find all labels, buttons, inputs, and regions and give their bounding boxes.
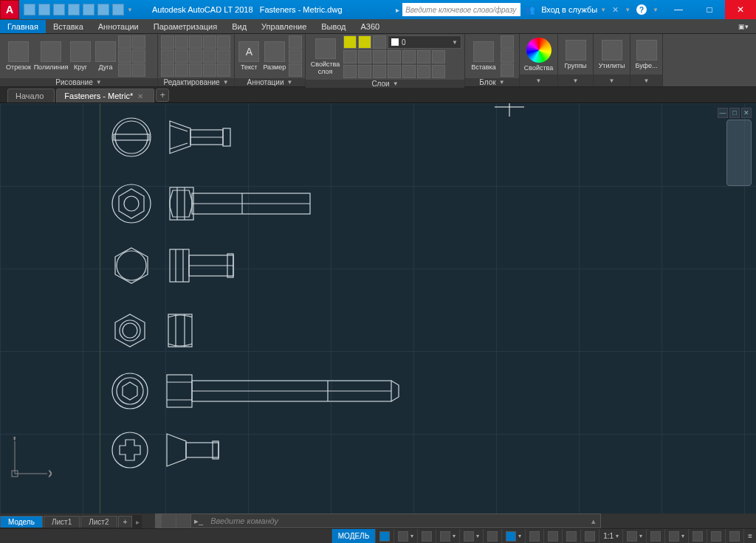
dimension-button[interactable]: Размер: [262, 40, 287, 72]
layer-tool-icon[interactable]: [358, 50, 371, 63]
status-units-icon[interactable]: ▾: [664, 529, 688, 544]
layer-selector[interactable]: 0▼: [388, 35, 461, 49]
status-isodraft-icon[interactable]: ▾: [459, 529, 483, 544]
chevron-down-icon[interactable]: ▼: [223, 79, 229, 86]
chevron-down-icon[interactable]: ▼: [573, 77, 579, 84]
layer-tool-icon[interactable]: [373, 65, 386, 78]
layer-tool-icon[interactable]: [388, 50, 401, 63]
layer-tool-icon[interactable]: [432, 65, 445, 78]
help-icon[interactable]: ?: [636, 4, 647, 15]
polyline-button[interactable]: Полилиния: [35, 40, 66, 72]
qat-plot-icon[interactable]: [83, 4, 94, 15]
layer-tool-icon[interactable]: [432, 50, 445, 63]
block-create-icon[interactable]: [501, 35, 514, 49]
leader-icon[interactable]: [289, 35, 302, 49]
annot-icon[interactable]: [289, 63, 302, 77]
tab-home[interactable]: Главная: [0, 20, 46, 33]
draw-tool-icon[interactable]: [118, 49, 131, 63]
circle-button[interactable]: Круг: [68, 40, 93, 72]
text-button[interactable]: AТекст: [238, 40, 261, 72]
tab-annotate[interactable]: Аннотации: [91, 20, 146, 33]
status-annoscale-icon[interactable]: [580, 529, 599, 544]
utilities-button[interactable]: Утилиты: [597, 38, 627, 71]
draw-tool-icon[interactable]: [132, 49, 145, 63]
status-otrack-icon[interactable]: ▾: [501, 529, 525, 544]
layer-lock-icon[interactable]: [373, 35, 386, 49]
draw-tool-icon[interactable]: [118, 35, 131, 49]
copy-icon[interactable]: [161, 49, 174, 63]
tab-view[interactable]: Вид: [224, 20, 254, 33]
scale-icon[interactable]: [175, 63, 188, 77]
layer-tool-icon[interactable]: [417, 50, 430, 63]
chevron-down-icon[interactable]: ▼: [653, 7, 659, 13]
cmd-history-icon[interactable]: ▴: [587, 516, 600, 526]
maximize-button[interactable]: □: [694, 0, 725, 19]
status-ortho-icon[interactable]: [417, 529, 436, 544]
ribbon-expand-icon[interactable]: ▣▾: [731, 21, 756, 32]
layout-tab-model[interactable]: Модель: [0, 516, 43, 528]
layer-bulb-icon[interactable]: [343, 35, 357, 49]
table-icon[interactable]: [289, 49, 302, 63]
draw-tool-icon[interactable]: [118, 63, 131, 77]
vp-maximize-icon[interactable]: □: [729, 108, 740, 118]
status-snap-icon[interactable]: ▾: [394, 529, 417, 544]
navigation-bar[interactable]: [726, 120, 752, 186]
status-polar-icon[interactable]: ▾: [436, 529, 459, 544]
qat-undo-icon[interactable]: [97, 4, 109, 15]
draw-tool-icon[interactable]: [132, 35, 145, 49]
tab-manage[interactable]: Управление: [254, 20, 314, 33]
clipboard-button[interactable]: Буфе...: [633, 38, 659, 71]
rotate-icon[interactable]: [175, 35, 188, 49]
vp-close-icon[interactable]: ✕: [741, 108, 752, 118]
layer-freeze-icon[interactable]: [358, 35, 371, 49]
chevron-down-icon[interactable]: ▼: [287, 79, 293, 86]
status-custom-icon[interactable]: ≡: [743, 529, 756, 544]
status-am-icon[interactable]: [646, 529, 664, 544]
qat-open-icon[interactable]: [38, 4, 50, 15]
erase-icon[interactable]: [217, 35, 230, 49]
chevron-down-icon[interactable]: ▼: [625, 7, 630, 13]
status-model-button[interactable]: МОДЕЛЬ: [331, 529, 375, 544]
block-attr-icon[interactable]: [501, 63, 514, 77]
tab-start[interactable]: Начало: [7, 89, 55, 103]
tab-insert[interactable]: Вставка: [46, 20, 91, 33]
layer-tool-icon[interactable]: [343, 50, 357, 63]
status-ws-icon[interactable]: ▾: [622, 529, 646, 544]
chevron-down-icon[interactable]: ▼: [536, 77, 542, 84]
status-iso-icon[interactable]: [707, 529, 725, 544]
line-button[interactable]: Отрезок: [3, 40, 34, 72]
insert-block-button[interactable]: Вставка: [468, 40, 499, 72]
groups-button[interactable]: Группы: [561, 38, 590, 71]
command-line[interactable]: ▸_ Введите команду ▴: [155, 513, 601, 528]
extend-icon[interactable]: [203, 35, 216, 49]
qat-saveas-icon[interactable]: [68, 4, 80, 15]
chamfer-icon[interactable]: [203, 49, 216, 63]
tab-current-file[interactable]: Fasteners - Metric*✕: [56, 89, 154, 103]
array-icon[interactable]: [189, 63, 202, 77]
draw-tool-icon[interactable]: [132, 63, 145, 77]
tab-a360[interactable]: A360: [354, 20, 388, 33]
login-button[interactable]: Вход в службы ▼: [541, 5, 606, 14]
status-lwt-icon[interactable]: [525, 529, 543, 544]
stretch-icon[interactable]: [161, 63, 174, 77]
close-button[interactable]: ✕: [725, 0, 756, 19]
command-input[interactable]: Введите команду: [206, 516, 587, 525]
vp-minimize-icon[interactable]: —: [718, 108, 728, 118]
properties-button[interactable]: Свойства: [523, 36, 554, 73]
cmd-drag-handle[interactable]: [156, 514, 162, 528]
status-grid-icon[interactable]: [375, 529, 394, 544]
chevron-down-icon[interactable]: ▼: [96, 79, 102, 86]
qat-save-icon[interactable]: [53, 4, 65, 15]
layer-tool-icon[interactable]: [402, 50, 416, 63]
layer-tool-icon[interactable]: [402, 65, 416, 78]
layout-tab-sheet1[interactable]: Лист1: [44, 516, 80, 528]
layer-tool-icon[interactable]: [373, 50, 386, 63]
layout-tab-sheet2[interactable]: Лист2: [80, 516, 117, 528]
search-input[interactable]: Введите ключевое слово/фразу: [402, 3, 520, 16]
qat-more-icon[interactable]: ▼: [127, 7, 133, 13]
status-osnap-icon[interactable]: [483, 529, 501, 544]
arc-button[interactable]: Дуга: [94, 40, 117, 72]
cmd-customize-icon[interactable]: [176, 514, 191, 528]
status-tpy-icon[interactable]: [543, 529, 562, 544]
layer-tool-icon[interactable]: [417, 65, 430, 78]
